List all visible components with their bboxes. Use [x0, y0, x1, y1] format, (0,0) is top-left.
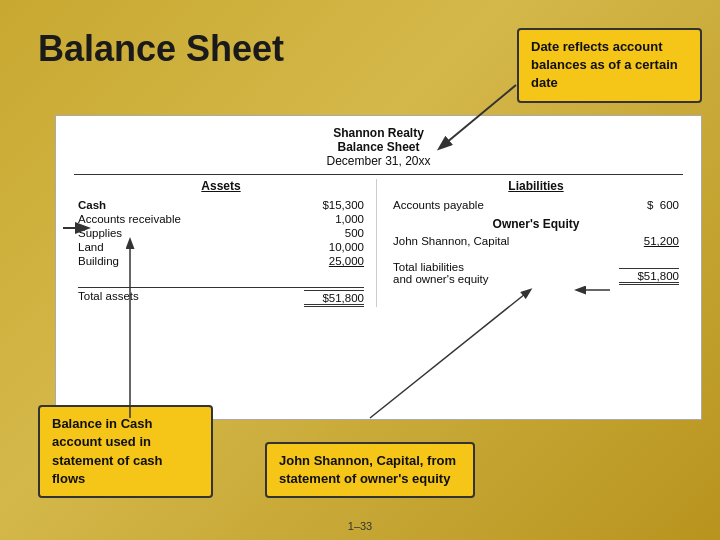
total-assets-amount: $51,800	[304, 290, 364, 307]
asset-supplies: Supplies 500	[78, 227, 364, 239]
total-liabilities-amount: $51,800	[619, 268, 679, 285]
callout-top: Date reflects account balances as of a c…	[517, 28, 702, 103]
document-date: December 31, 20xx	[74, 154, 683, 168]
asset-cash: Cash $15,300	[78, 199, 364, 211]
building-amount: 25,000	[304, 255, 364, 267]
ap-amount: $ 600	[619, 199, 679, 211]
cash-label: Cash	[78, 199, 304, 211]
assets-header: Assets	[78, 179, 364, 193]
asset-building: Building 25,000	[78, 255, 364, 267]
liabilities-column: Liabilities Accounts payable $ 600 Owner…	[377, 179, 683, 307]
bs-columns: Assets Cash $15,300 Accounts receivable …	[74, 179, 683, 307]
ap-label: Accounts payable	[393, 199, 619, 211]
document-title: Balance Sheet	[74, 140, 683, 154]
assets-column: Assets Cash $15,300 Accounts receivable …	[74, 179, 377, 307]
asset-ar: Accounts receivable 1,000	[78, 213, 364, 225]
asset-land: Land 10,000	[78, 241, 364, 253]
company-name: Shannon Realty	[74, 126, 683, 140]
ar-amount: 1,000	[304, 213, 364, 225]
ar-label: Accounts receivable	[78, 213, 304, 225]
liabilities-header: Liabilities	[393, 179, 679, 193]
land-label: Land	[78, 241, 304, 253]
john-amount: 51,200	[619, 235, 679, 247]
callout-bottom-left: Balance in Cash account used in statemen…	[38, 405, 213, 498]
total-liabilities-label: Total liabilitiesand owner's equity	[393, 261, 619, 285]
john-label: John Shannon, Capital	[393, 235, 619, 247]
total-liabilities-line: Total liabilitiesand owner's equity $51,…	[393, 261, 679, 285]
building-label: Building	[78, 255, 304, 267]
bs-header: Shannon Realty Balance Sheet December 31…	[74, 126, 683, 168]
top-divider	[74, 174, 683, 175]
land-amount: 10,000	[304, 241, 364, 253]
slide-number: 1–33	[348, 520, 372, 532]
cash-amount: $15,300	[304, 199, 364, 211]
supplies-label: Supplies	[78, 227, 304, 239]
liability-ap: Accounts payable $ 600	[393, 199, 679, 211]
page-title: Balance Sheet	[38, 28, 284, 70]
total-assets-label: Total assets	[78, 290, 139, 307]
owners-equity-header: Owner's Equity	[393, 217, 679, 231]
callout-bottom-right: John Shannon, Capital, from statement of…	[265, 442, 475, 498]
equity-john: John Shannon, Capital 51,200	[393, 235, 679, 247]
total-assets-line: Total assets $51,800	[78, 287, 364, 307]
supplies-amount: 500	[304, 227, 364, 239]
balance-sheet-document: Shannon Realty Balance Sheet December 31…	[55, 115, 702, 420]
